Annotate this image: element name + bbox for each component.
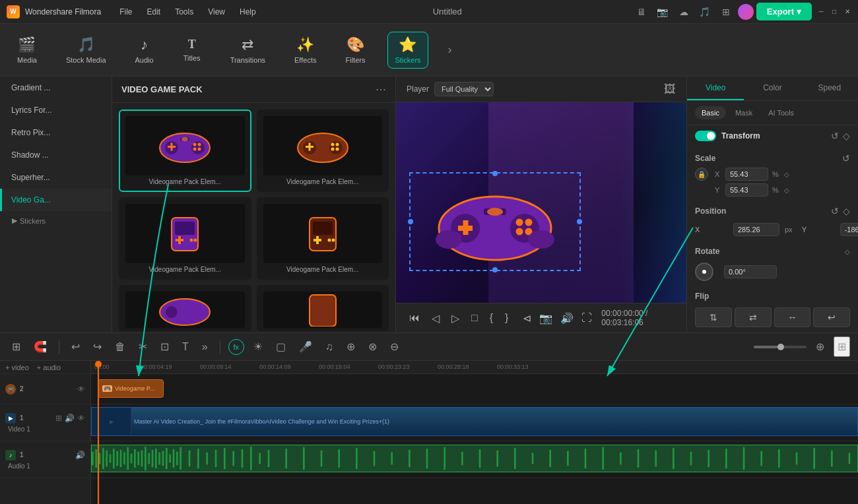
user-avatar[interactable]: [738, 4, 754, 20]
menu-help[interactable]: Help: [233, 5, 263, 19]
pos-x-input[interactable]: [733, 223, 779, 236]
subtab-basic[interactable]: Basic: [695, 106, 726, 119]
icon-apps[interactable]: ⊞: [717, 3, 735, 21]
category-lyrics[interactable]: Lyrics For...: [0, 99, 112, 121]
toolbar-stock-media[interactable]: 🎵 Stock Media: [59, 32, 113, 68]
loop-button[interactable]: □: [469, 309, 480, 327]
video-eye-icon[interactable]: 👁: [77, 414, 85, 423]
icon-cloud[interactable]: ☁: [675, 3, 693, 21]
tl-mic-btn[interactable]: 🎤: [295, 338, 316, 356]
fullscreen-button[interactable]: ⛶: [579, 309, 595, 327]
menu-tools[interactable]: Tools: [168, 5, 200, 19]
transform-diamond[interactable]: ◇: [843, 131, 850, 141]
tl-magnet-btn[interactable]: 🧲: [30, 338, 51, 356]
add-audio-track-btn[interactable]: + audio: [37, 363, 61, 371]
tl-redo-btn[interactable]: ↪: [89, 338, 106, 356]
rotate-preview[interactable]: [695, 263, 713, 281]
sticker-eye-icon[interactable]: 👁: [77, 385, 85, 394]
toolbar-titles[interactable]: T Titles: [176, 34, 208, 66]
sticker-card-3[interactable]: Videogame Pack Elem...: [119, 197, 251, 280]
toolbar-transitions[interactable]: ⇄ Transitions: [224, 32, 272, 68]
sticker-card-6[interactable]: [257, 285, 389, 331]
transform-toggle[interactable]: [695, 131, 716, 141]
category-shadow[interactable]: Shadow ...: [0, 144, 112, 166]
scale-x-input[interactable]: [725, 168, 768, 181]
position-reset[interactable]: ↺: [831, 206, 839, 216]
subtab-mask[interactable]: Mask: [729, 106, 759, 119]
audio-volume-icon[interactable]: 🔊: [75, 451, 85, 460]
icon-camera[interactable]: 📷: [653, 3, 672, 21]
menu-edit[interactable]: Edit: [141, 5, 168, 19]
toolbar-more[interactable]: ›: [444, 39, 456, 61]
icon-monitor[interactable]: 🖥: [632, 3, 651, 21]
tl-cut-btn[interactable]: ✂: [135, 338, 151, 356]
toolbar-audio[interactable]: ♪ Audio: [129, 32, 160, 68]
tl-undo-btn[interactable]: ↩: [67, 338, 84, 356]
flip-lr-button[interactable]: ↔: [774, 307, 811, 327]
tl-mask-btn[interactable]: ▢: [272, 338, 290, 356]
audio-button[interactable]: 🔊: [558, 309, 576, 327]
tl-scene-btn[interactable]: ⊞: [8, 338, 24, 356]
grid-btn[interactable]: ⊞: [834, 336, 850, 357]
tab-video[interactable]: Video: [687, 77, 744, 100]
sticker-card-5[interactable]: [119, 285, 251, 331]
tl-plus-btn[interactable]: ⊕: [812, 338, 828, 356]
scale-reset[interactable]: ↺: [842, 153, 850, 164]
tab-speed[interactable]: Speed: [801, 77, 858, 100]
menu-view[interactable]: View: [201, 5, 232, 19]
icon-music[interactable]: 🎵: [696, 3, 714, 21]
toolbar-filters[interactable]: 🎨 Filters: [339, 32, 372, 68]
tab-color[interactable]: Color: [744, 77, 801, 100]
skip-back-button[interactable]: ⏮: [407, 309, 422, 327]
menu-file[interactable]: File: [113, 5, 139, 19]
video-sound-icon[interactable]: 🔊: [65, 414, 75, 423]
mark-in-button[interactable]: {: [487, 309, 496, 327]
add-video-track-btn[interactable]: + video: [5, 363, 29, 371]
rotate-diamond[interactable]: ◇: [845, 248, 850, 255]
playhead[interactable]: [98, 361, 99, 504]
zoom-thumb[interactable]: [777, 344, 784, 350]
pos-y-input[interactable]: [840, 223, 858, 236]
subtab-aitools[interactable]: AI Tools: [762, 106, 801, 119]
minimize-button[interactable]: ─: [817, 8, 825, 16]
scale-y-input[interactable]: [725, 183, 768, 197]
preview-image-btn[interactable]: 🖼: [664, 82, 676, 96]
step-back-button[interactable]: ◁: [429, 309, 442, 327]
prev-clip-button[interactable]: ⊲: [520, 309, 534, 327]
category-super[interactable]: Superher...: [0, 166, 112, 189]
position-diamond[interactable]: ◇: [843, 206, 850, 216]
tl-text-btn[interactable]: T: [178, 338, 193, 356]
sticker-card-2[interactable]: Videogame Pack Elem...: [257, 110, 389, 192]
toolbar-effects[interactable]: ✨ Effects: [288, 32, 323, 68]
sticker-card-4[interactable]: Videogame Pack Elem...: [257, 197, 389, 280]
toolbar-stickers[interactable]: ⭐ Stickers: [387, 32, 428, 69]
zoom-slider[interactable]: [754, 346, 807, 348]
rotate-input[interactable]: [724, 265, 777, 278]
tl-delete-btn[interactable]: 🗑: [111, 338, 129, 356]
maximize-button[interactable]: □: [830, 8, 838, 16]
more-options-button[interactable]: ⋯: [376, 83, 386, 96]
tl-color-btn[interactable]: ☀: [249, 338, 267, 356]
tl-copy-btn[interactable]: ⊕: [343, 338, 359, 356]
export-button[interactable]: Export ▾: [756, 3, 812, 20]
gamepad-sticker-overlay[interactable]: [429, 185, 561, 267]
category-retro[interactable]: Retro Pix...: [0, 121, 112, 144]
flip-rotate-button[interactable]: ↩: [813, 307, 850, 327]
tl-minus-btn[interactable]: ⊖: [386, 338, 403, 356]
tl-fx-btn[interactable]: fx: [228, 339, 244, 355]
snapshot-button[interactable]: 📷: [537, 309, 555, 327]
timeline-content[interactable]: 00:00 00:00:04:19 00:00:09:14 00:00:14:0…: [91, 361, 858, 504]
play-button[interactable]: ▷: [449, 309, 462, 327]
category-videogame[interactable]: Video Ga...: [0, 189, 112, 211]
tl-crop-btn[interactable]: ⊡: [156, 338, 173, 356]
toolbar-media[interactable]: 🎬 Media: [11, 32, 44, 68]
close-button[interactable]: ✕: [843, 8, 851, 16]
tl-more-btn[interactable]: »: [198, 338, 212, 356]
category-gradient[interactable]: Gradient ...: [0, 77, 112, 99]
stickers-section[interactable]: ▶ Stickers: [0, 211, 112, 230]
sticker-clip[interactable]: 🎮 Videogame P...: [98, 379, 164, 398]
flip-vertical-button[interactable]: ⇄: [735, 307, 772, 327]
sticker-card-1[interactable]: Videogame Pack Elem...: [119, 110, 251, 192]
scale-y-diamond[interactable]: ◇: [784, 187, 789, 194]
audio-clip[interactable]: [91, 445, 858, 472]
